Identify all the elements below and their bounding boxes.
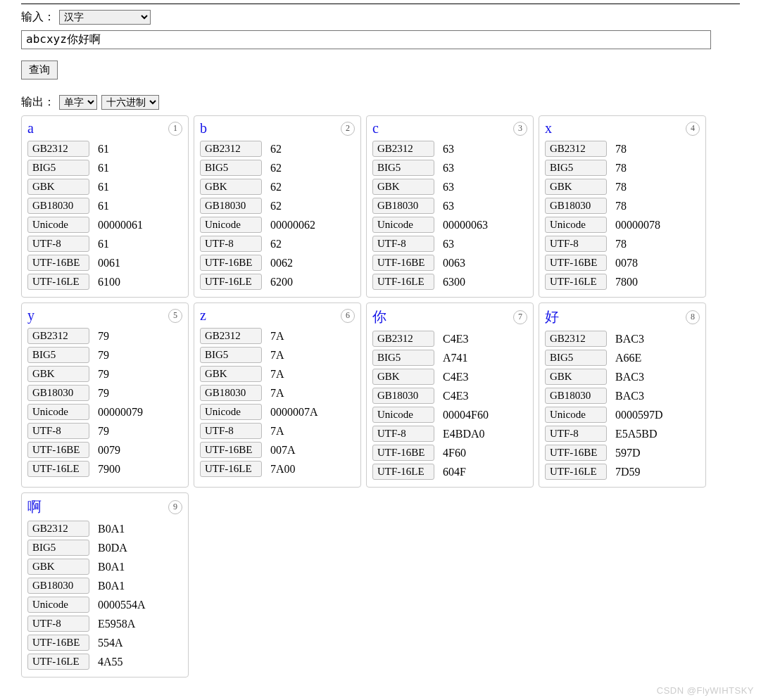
card-character: 啊 [27, 497, 42, 516]
encoding-row: GBK79 [27, 366, 182, 382]
encoding-label: BIG5 [545, 350, 607, 366]
card-character: a [27, 120, 34, 136]
encoding-value: 0062 [270, 257, 293, 269]
encoding-value: 62 [270, 162, 282, 174]
encoding-label: GBK [27, 366, 89, 382]
encoding-value: 7A00 [270, 463, 296, 476]
encoding-label: GB18030 [545, 198, 607, 214]
encoding-row: BIG5A741 [372, 350, 527, 366]
encoding-value: 4A55 [98, 656, 123, 668]
encoding-label: UTF-16LE [372, 274, 434, 290]
encoding-value: 7A [270, 330, 284, 343]
encoding-row: GB1803063 [372, 198, 527, 214]
encoding-label: BIG5 [27, 540, 89, 556]
encoding-row: GB18030B0A1 [27, 578, 182, 594]
encoding-value: 62 [270, 200, 282, 212]
top-divider [21, 0, 740, 4]
encoding-row: UTF-16BE007A [200, 442, 355, 458]
encoding-row: UTF-861 [27, 236, 182, 252]
encoding-value: 0079 [98, 444, 120, 457]
encoding-value: 7A [270, 349, 284, 362]
encoding-label: UTF-16BE [27, 442, 89, 458]
encoding-value: 0000597D [615, 409, 663, 421]
encoding-label: UTF-8 [545, 236, 607, 252]
encoding-value: 00000061 [98, 219, 143, 231]
card-header: y5 [27, 307, 182, 324]
encoding-row: UTF-16BE0079 [27, 442, 182, 458]
encoding-row: UTF-16LE7900 [27, 461, 182, 477]
encoding-value: 00000079 [98, 406, 143, 419]
encoding-value: 61 [98, 200, 109, 212]
encoding-value: 597D [615, 447, 641, 459]
card-character: 你 [372, 307, 386, 326]
output-label: 输出： [21, 95, 55, 110]
encoding-value: 79 [98, 425, 109, 438]
encoding-value: 78 [615, 238, 627, 250]
encoding-label: UTF-16LE [545, 464, 607, 480]
input-type-select[interactable]: 汉字 [59, 10, 151, 25]
card-character: x [545, 120, 552, 136]
result-card: x4GB231278BIG578GBK78GB1803078Unicode000… [539, 115, 706, 298]
encoding-row: Unicode00004F60 [372, 407, 527, 423]
encoding-label: UTF-16LE [372, 464, 434, 480]
card-index-badge: 1 [168, 122, 182, 136]
encoding-row: UTF-8E5958A [27, 616, 182, 632]
encoding-row: BIG5B0DA [27, 540, 182, 556]
encoding-value: A741 [443, 352, 468, 364]
encoding-value: 4F60 [443, 447, 466, 459]
encoding-label: UTF-16LE [200, 461, 262, 477]
result-card: 好8GB2312BAC3BIG5A66EGBKBAC3GB18030BAC3Un… [539, 303, 706, 488]
encoding-row: Unicode00000062 [200, 217, 355, 233]
card-character: y [27, 307, 34, 324]
encoding-value: 78 [615, 181, 627, 193]
encoding-label: GB18030 [372, 198, 434, 214]
encoding-label: GBK [545, 179, 607, 195]
encoding-row: BIG562 [200, 160, 355, 176]
encoding-value: 00000063 [443, 219, 488, 231]
encoding-row: GBK62 [200, 179, 355, 195]
encoding-label: GB18030 [200, 198, 262, 214]
encoding-label: GB18030 [545, 388, 607, 404]
card-character: b [200, 120, 207, 136]
output-radix-select[interactable]: 十六进制 [101, 95, 159, 110]
card-index-badge: 4 [686, 122, 700, 136]
encoding-row: GB1803061 [27, 198, 182, 214]
encoding-value: 79 [98, 368, 109, 381]
output-mode-select[interactable]: 单字 [59, 95, 97, 110]
encoding-row: UTF-16LE7A00 [200, 461, 355, 477]
encoding-label: UTF-16BE [27, 635, 89, 651]
encoding-row: GB1803079 [27, 385, 182, 401]
encoding-row: Unicode00000061 [27, 217, 182, 233]
encoding-value: B0A1 [98, 561, 125, 573]
encoding-value: 78 [615, 162, 627, 174]
encoding-label: GB2312 [27, 328, 89, 344]
encoding-label: BIG5 [372, 350, 434, 366]
encoding-row: UTF-16LE6300 [372, 274, 527, 290]
encoding-row: BIG579 [27, 347, 182, 363]
encoding-value: 554A [98, 637, 123, 649]
encoding-row: GB2312BAC3 [545, 331, 700, 347]
card-index-badge: 3 [513, 122, 527, 136]
encoding-row: GB231261 [27, 141, 182, 157]
encoding-row: GB1803062 [200, 198, 355, 214]
query-button[interactable]: 查询 [21, 61, 58, 79]
encoding-row: BIG561 [27, 160, 182, 176]
encoding-value: 6200 [270, 276, 293, 288]
encoding-label: GB2312 [372, 141, 434, 157]
encoding-value: 007A [270, 444, 296, 457]
encoding-label: GB2312 [200, 141, 262, 157]
encoding-row: GBKC4E3 [372, 369, 527, 385]
encoding-row: UTF-16BE4F60 [372, 445, 527, 461]
encoding-row: Unicode00000078 [545, 217, 700, 233]
encoding-label: Unicode [27, 597, 89, 613]
encoding-value: 7800 [615, 276, 638, 288]
encoding-value: 00004F60 [443, 409, 489, 421]
encoding-row: UTF-16BE0063 [372, 255, 527, 271]
result-card: y5GB231279BIG579GBK79GB1803079Unicode000… [21, 303, 189, 488]
encoding-label: UTF-16BE [200, 442, 262, 458]
query-text-input[interactable] [21, 30, 711, 49]
encoding-value: 78 [615, 200, 627, 212]
encoding-row: GBK78 [545, 179, 700, 195]
encoding-row: BIG57A [200, 347, 355, 363]
card-header: 啊9 [27, 497, 182, 516]
